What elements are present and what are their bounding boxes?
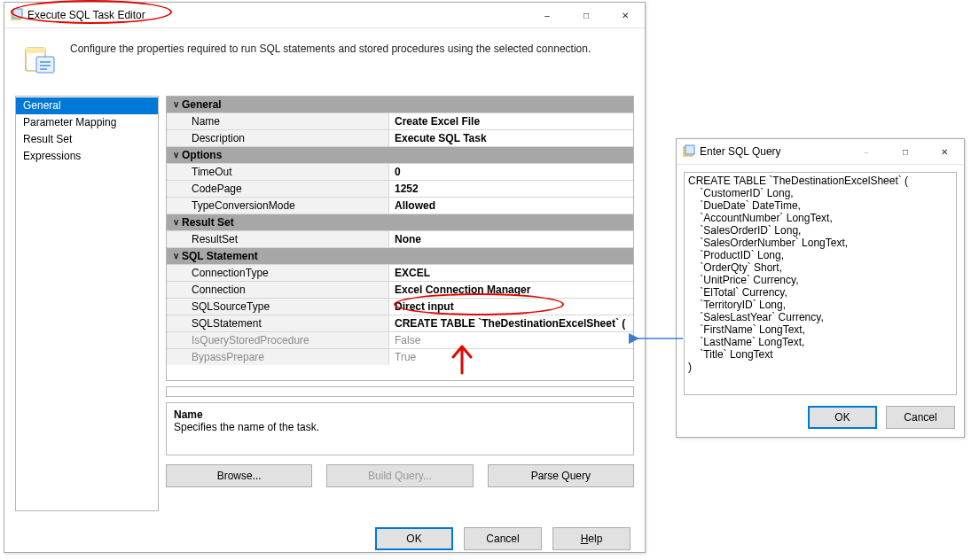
category-options[interactable]: ∨Options [167,146,633,163]
chevron-down-icon: ∨ [169,214,182,230]
chevron-down-icon: ∨ [169,147,182,163]
category-sql-statement[interactable]: ∨SQL Statement [167,247,633,264]
property-value[interactable]: EXCEL [389,265,633,281]
svg-rect-5 [685,145,694,154]
cancel-button[interactable]: Cancel [464,527,542,550]
property-name: IsQueryStoredProcedure [167,332,389,348]
page-nav: GeneralParameter MappingResult SetExpres… [15,96,159,511]
property-row-bypassprepare[interactable]: BypassPrepareTrue [167,348,633,365]
property-row-name[interactable]: NameCreate Excel File [167,113,633,129]
property-value[interactable]: True [389,349,633,365]
property-name: Description [167,130,389,146]
minimize-button[interactable]: – [528,3,567,27]
property-name: TypeConversionMode [167,198,389,214]
property-value[interactable]: CREATE TABLE `TheDestinationExcelSheet` … [389,315,633,331]
nav-item-general[interactable]: General [16,97,158,114]
svg-rect-3 [36,57,54,73]
chevron-down-icon: ∨ [169,248,182,264]
property-row-timeout[interactable]: TimeOut0 [167,163,633,180]
property-row-codepage[interactable]: CodePage1252 [167,180,633,197]
build-query-button[interactable]: Build Query... [326,464,473,487]
property-help-text: Specifies the name of the task. [174,421,626,433]
titlebar: Execute SQL Task Editor – □ ✕ [4,3,645,28]
enter-sql-query-window: Enter SQL Query – □ ✕ CREATE TABLE `TheD… [676,138,965,438]
cancel-button[interactable]: Cancel [886,406,955,429]
property-row-description[interactable]: DescriptionExecute SQL Task [167,129,633,146]
property-value[interactable]: Excel Connection Manager [389,282,633,298]
property-name: Name [167,113,389,129]
property-value[interactable]: Execute SQL Task [389,130,633,146]
close-button[interactable]: ✕ [925,139,964,164]
chevron-down-icon: ∨ [169,97,182,113]
ok-button[interactable]: OK [808,406,877,429]
property-name: ResultSet [167,231,389,247]
property-name: CodePage [167,181,389,197]
window-title: Execute SQL Task Editor [24,9,528,21]
browse-button[interactable]: Browse... [166,464,312,487]
app-icon [10,8,24,22]
property-help-title: Name [174,408,626,421]
property-grid[interactable]: ∨GeneralNameCreate Excel FileDescription… [166,96,634,381]
property-value[interactable]: 0 [389,164,633,180]
property-value[interactable]: Direct input [389,299,633,315]
property-row-isquerystoredprocedure[interactable]: IsQueryStoredProcedureFalse [167,331,633,348]
property-row-connection[interactable]: ConnectionExcel Connection Manager [167,281,633,298]
category-general[interactable]: ∨General [167,97,633,113]
minimize-button: – [847,139,886,164]
category-result-set[interactable]: ∨Result Set [167,214,633,230]
property-row-connectiontype[interactable]: ConnectionTypeEXCEL [167,264,633,281]
property-row-resultset[interactable]: ResultSetNone [167,230,633,247]
property-value[interactable]: Create Excel File [389,113,633,129]
maximize-button[interactable]: □ [886,139,925,164]
property-help-box: Name Specifies the name of the task. [166,402,634,455]
property-value[interactable]: False [389,332,633,348]
window-title: Enter SQL Query [696,145,847,158]
property-row-typeconversionmode[interactable]: TypeConversionModeAllowed [167,197,633,214]
property-value[interactable]: 1252 [389,181,633,197]
property-row-sqlstatement[interactable]: SQLStatementCREATE TABLE `TheDestination… [167,315,633,331]
nav-item-result-set[interactable]: Result Set [16,131,158,148]
splitter[interactable] [166,386,634,397]
property-name: TimeOut [167,164,389,180]
svg-rect-1 [13,9,22,18]
sql-query-textarea[interactable]: CREATE TABLE `TheDestinationExcelSheet` … [684,172,957,395]
property-value[interactable]: None [389,231,633,247]
property-name: BypassPrepare [167,349,389,365]
property-row-sqlsourcetype[interactable]: SQLSourceTypeDirect input [167,298,633,315]
task-icon [17,37,63,80]
app-icon [682,144,696,159]
nav-item-parameter-mapping[interactable]: Parameter Mapping [16,114,158,131]
maximize-button[interactable]: □ [567,3,606,27]
nav-item-expressions[interactable]: Expressions [16,148,158,165]
property-name: ConnectionType [167,265,389,281]
property-value[interactable]: Allowed [389,198,633,214]
titlebar: Enter SQL Query – □ ✕ [677,139,964,165]
parse-query-button[interactable]: Parse Query [488,464,634,487]
property-name: Connection [167,282,389,298]
close-button[interactable]: ✕ [606,3,645,27]
ok-button[interactable]: OK [375,527,453,550]
execute-sql-task-editor-window: Execute SQL Task Editor – □ ✕ Configure … [4,2,646,553]
property-name: SQLSourceType [167,299,389,315]
description-text: Configure the properties required to run… [70,37,591,55]
property-name: SQLStatement [167,315,389,331]
help-button[interactable]: Help [552,527,630,550]
